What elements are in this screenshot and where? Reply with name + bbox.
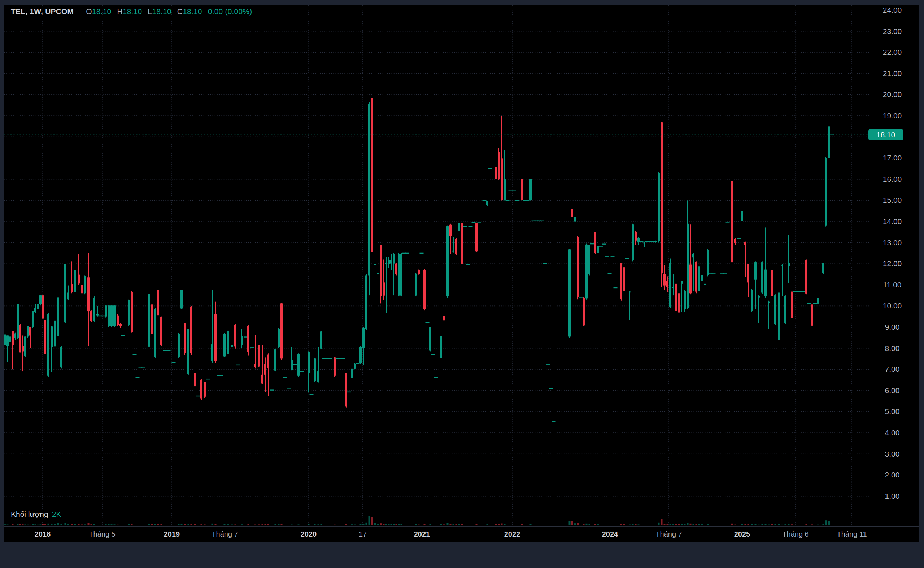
time-axis-label: 2022 (504, 530, 521, 538)
close-label: C (177, 7, 183, 15)
time-axis-label: Tháng 11 (837, 530, 866, 538)
price-tick-label: 6.00 (871, 386, 914, 395)
time-axis-label: 2021 (414, 530, 430, 538)
price-chart-canvas[interactable] (0, 0, 924, 568)
change-value: 0.00 (0.00%) (208, 7, 252, 15)
price-tick-label: 5.00 (871, 407, 914, 416)
price-tick-label: 8.00 (871, 344, 914, 353)
price-tick-label: 9.00 (871, 323, 914, 331)
volume-label: Khối lượng (11, 510, 48, 518)
last-price-badge: 18.10 (868, 129, 903, 140)
low-label: L (148, 7, 152, 15)
time-axis-label: Tháng 5 (89, 530, 115, 538)
tradingview-chart-window: TEL, 1W, UPCOMO18.10H18.10L18.10C18.100.… (0, 0, 924, 568)
time-axis-label: Tháng 7 (656, 530, 682, 538)
price-tick-label: 7.00 (871, 365, 914, 374)
price-tick-label: 12.00 (871, 259, 914, 268)
symbol-title: TEL, 1W, UPCOM (11, 7, 74, 15)
time-axis[interactable]: 2018Tháng 52019Tháng 7202017202120222024… (5, 526, 919, 542)
time-axis-label: Tháng 7 (212, 530, 238, 538)
time-axis-label: 2018 (35, 530, 51, 538)
price-tick-label: 11.00 (871, 281, 914, 289)
symbol-legend[interactable]: TEL, 1W, UPCOMO18.10H18.10L18.10C18.100.… (11, 7, 252, 16)
high-value: 18.10 (123, 7, 142, 15)
time-axis-label: 2019 (164, 530, 180, 538)
high-label: H (117, 7, 122, 15)
time-axis-label: 2025 (734, 530, 750, 538)
price-tick-label: 17.00 (871, 154, 914, 162)
price-tick-label: 13.00 (871, 239, 914, 247)
price-tick-label: 2.00 (871, 471, 914, 479)
open-label: O (86, 7, 92, 15)
price-tick-label: 19.00 (871, 112, 914, 120)
price-tick-label: 4.00 (871, 428, 914, 437)
price-tick-label: 20.00 (871, 90, 914, 99)
price-tick-label: 14.00 (871, 217, 914, 226)
time-axis-label: 2020 (301, 530, 317, 538)
volume-bars (5, 516, 833, 525)
open-value: 18.10 (92, 7, 112, 15)
candlesticks (4, 94, 835, 421)
price-tick-label: 15.00 (871, 196, 914, 204)
price-tick-label: 22.00 (871, 48, 914, 57)
volume-legend[interactable]: Khối lượng2K (11, 510, 61, 518)
price-tick-label: 21.00 (871, 69, 914, 78)
time-axis-label: Tháng 6 (782, 530, 809, 538)
volume-value: 2K (52, 510, 61, 518)
time-axis-label: 2024 (602, 530, 618, 538)
price-tick-label: 23.00 (871, 27, 914, 36)
price-tick-label: 3.00 (871, 450, 914, 458)
price-tick-label: 1.00 (871, 492, 914, 500)
time-axis-label: 17 (359, 530, 367, 538)
low-value: 18.10 (152, 7, 171, 15)
price-tick-label: 10.00 (871, 302, 914, 310)
price-tick-label: 24.00 (871, 6, 914, 14)
grid-lines (5, 5, 870, 526)
footer-bar: TradingView (0, 542, 924, 568)
price-tick-label: 16.00 (871, 175, 914, 184)
close-value: 18.10 (183, 7, 202, 15)
